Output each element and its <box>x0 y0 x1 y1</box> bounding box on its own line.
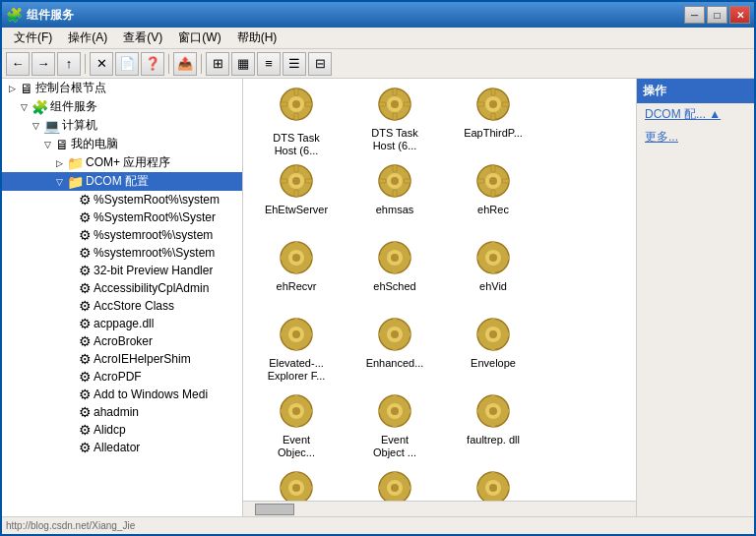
menu-help[interactable]: 帮助(H) <box>229 28 285 48</box>
expand-spacer <box>63 333 79 349</box>
tree-label: Alidcp <box>94 423 126 437</box>
tree-item-8[interactable]: ⚙ acppage.dll <box>2 315 242 332</box>
tree-item-dcom[interactable]: ▽ 📁 DCOM 配置 <box>2 172 242 191</box>
list-item[interactable]: EventObjec... <box>247 389 346 466</box>
gear-icon <box>279 163 314 202</box>
expand-spacer <box>63 422 79 438</box>
list-item[interactable]: FaxCom...Class <box>247 466 346 501</box>
view-details[interactable]: ☰ <box>283 52 306 76</box>
delete-button[interactable]: ✕ <box>90 52 113 76</box>
svg-rect-104 <box>502 409 509 413</box>
forward-button[interactable]: → <box>32 52 55 76</box>
list-item[interactable]: DTS TaskHost (6... <box>247 83 346 159</box>
list-item[interactable]: Enhanced... <box>346 313 444 389</box>
actions-more[interactable]: 更多... <box>637 126 754 149</box>
scrollbar-thumb[interactable] <box>255 504 294 515</box>
expand-spacer <box>63 209 79 225</box>
minimize-button[interactable]: ─ <box>684 6 705 24</box>
tree-icon: ⚙ <box>79 369 92 385</box>
tree-label: AccessibilityCplAdmin <box>94 281 209 295</box>
menu-action[interactable]: 操作(A) <box>60 28 115 48</box>
svg-rect-48 <box>305 256 312 260</box>
view-large-icons[interactable]: ⊞ <box>206 52 229 76</box>
tree-item-computers[interactable]: ▽ 💻 计算机 <box>2 116 242 135</box>
gear-icon <box>279 240 314 278</box>
tree-item-mycomputer[interactable]: ▽ 🖥 我的电脑 <box>2 135 242 153</box>
list-item[interactable]: FileSyste... <box>444 466 542 501</box>
tree-item-10[interactable]: ⚙ AcroIEHelperShim <box>2 350 242 368</box>
list-item[interactable]: ehmsas <box>346 159 444 236</box>
svg-rect-5 <box>281 102 287 106</box>
horizontal-scrollbar[interactable] <box>243 501 636 516</box>
list-item[interactable]: faultrep. dll <box>444 389 542 466</box>
list-item[interactable]: EapThirdP... <box>444 83 542 159</box>
svg-point-86 <box>292 407 300 415</box>
list-item[interactable]: EventObject ... <box>346 389 444 466</box>
tree-item-14[interactable]: ⚙ Alidcp <box>2 421 242 439</box>
expand-icon[interactable]: ▽ <box>39 137 55 152</box>
back-button[interactable]: ← <box>6 52 30 76</box>
tree-item-9[interactable]: ⚙ AcroBroker <box>2 332 242 350</box>
list-item[interactable]: DTS TaskHost (6... <box>346 83 444 159</box>
svg-rect-31 <box>393 165 397 172</box>
expand-icon[interactable]: ▷ <box>4 81 20 96</box>
svg-rect-111 <box>305 486 312 490</box>
list-item[interactable]: ehRecvr <box>247 236 346 313</box>
expand-icon[interactable]: ▽ <box>51 174 67 190</box>
tree-item-complus[interactable]: ▷ 📁 COM+ 应用程序 <box>2 153 242 172</box>
sidebar: ▷ 🖥 控制台根节点 ▽ 🧩 组件服务 ▽ 💻 计算机 ▽ 🖥 我的电脑 ▷ <box>2 79 243 516</box>
maximize-button[interactable]: □ <box>707 6 727 24</box>
list-item[interactable]: Elevated-...Explorer F... <box>247 313 346 389</box>
tree-item-6[interactable]: ⚙ AccessibilityCplAdmin <box>2 279 242 297</box>
expand-spacer <box>63 387 79 402</box>
gear-icon <box>475 317 511 355</box>
item-label: faultrep. dll <box>467 434 520 447</box>
expand-icon[interactable]: ▷ <box>51 155 67 171</box>
svg-rect-19 <box>477 102 484 106</box>
svg-rect-117 <box>379 486 386 490</box>
tree-item-4[interactable]: ⚙ %systemroot%\System <box>2 244 242 262</box>
tree-item-2[interactable]: ⚙ %SystemRoot%\Syster <box>2 208 242 226</box>
expand-icon[interactable]: ▽ <box>28 118 43 134</box>
properties-button[interactable]: 📄 <box>115 52 139 76</box>
list-item[interactable]: File PropSheet Pa... <box>346 466 444 501</box>
tree-label: %systemroot%\System <box>94 246 215 260</box>
list-item[interactable]: Envelope <box>444 313 542 389</box>
menu-file[interactable]: 文件(F) <box>6 28 60 48</box>
list-item[interactable]: ehSched <box>346 236 444 313</box>
gear-icon <box>475 470 511 501</box>
tree-item-15[interactable]: ⚙ Alledator <box>2 439 242 456</box>
menu-window[interactable]: 窗口(W) <box>170 28 228 48</box>
list-item[interactable]: ehRec <box>444 159 542 236</box>
expand-icon[interactable]: ▽ <box>16 99 32 115</box>
expand-spacer <box>63 440 79 455</box>
tree-item-13[interactable]: ⚙ ahadmin <box>2 403 242 421</box>
svg-point-44 <box>292 254 300 262</box>
tree-item-5[interactable]: ⚙ 32-bit Preview Handler <box>2 262 242 279</box>
tree-item-7[interactable]: ⚙ AccStore Class <box>2 297 242 315</box>
help-button[interactable]: ❓ <box>141 52 164 76</box>
tree-icon: 💻 <box>43 118 60 134</box>
main-area: ▷ 🖥 控制台根节点 ▽ 🧩 组件服务 ▽ 💻 计算机 ▽ 🖥 我的电脑 ▷ <box>2 79 754 516</box>
view-extra[interactable]: ⊟ <box>308 52 332 76</box>
export-button[interactable]: 📤 <box>173 52 197 76</box>
svg-rect-118 <box>404 486 410 490</box>
tree-item-11[interactable]: ⚙ AcroPDF <box>2 368 242 386</box>
item-label: ehmsas <box>376 204 414 216</box>
up-button[interactable]: ↑ <box>57 52 81 76</box>
menu-view[interactable]: 查看(V) <box>115 28 170 48</box>
tree-icon: 🖥 <box>55 137 69 152</box>
list-item[interactable]: ehVid <box>444 236 542 313</box>
item-label: EventObjec... <box>278 434 315 459</box>
list-item[interactable]: EhEtwServer <box>247 159 346 236</box>
close-button[interactable]: ✕ <box>729 6 750 24</box>
tree-item-1[interactable]: ⚙ %SystemRoot%\system <box>2 191 242 208</box>
tree-item-components[interactable]: ▽ 🧩 组件服务 <box>2 97 242 116</box>
tree-item-12[interactable]: ⚙ Add to Windows Medi <box>2 386 242 403</box>
view-list[interactable]: ≡ <box>257 52 281 76</box>
view-small-icons[interactable]: ▦ <box>231 52 255 76</box>
tree-item-3[interactable]: ⚙ %systemroot%\system <box>2 226 242 244</box>
tree-item-root[interactable]: ▷ 🖥 控制台根节点 <box>2 79 242 97</box>
actions-dcom-config[interactable]: DCOM 配... ▲ <box>637 103 754 126</box>
content-scroll[interactable]: DTS TaskHost (6... DTS TaskHost (6... Ea… <box>243 79 636 501</box>
